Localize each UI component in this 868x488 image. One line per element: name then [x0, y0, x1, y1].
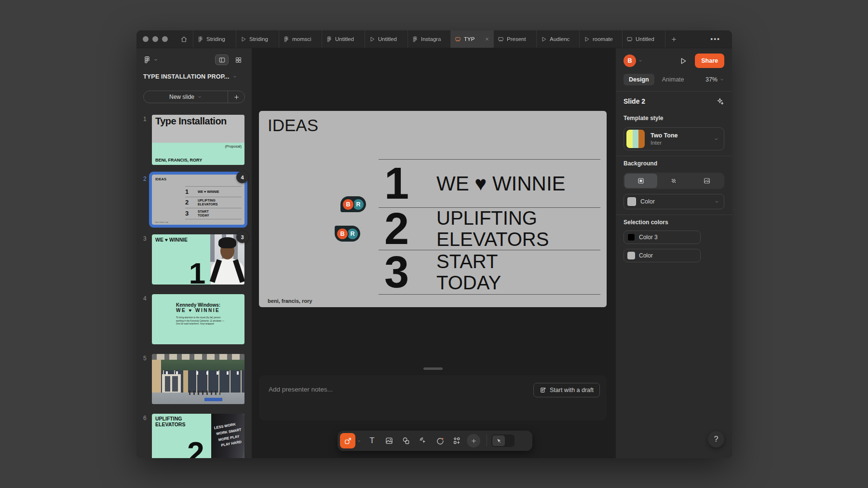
- collaborator-avatar-b: B: [342, 198, 354, 211]
- toolbar-divider: [487, 435, 487, 447]
- add-more-button[interactable]: [467, 434, 480, 447]
- slide-6-big-number: 2: [187, 438, 204, 458]
- account-menu[interactable]: B: [624, 54, 643, 67]
- tab-type-installation-active[interactable]: TYP: [450, 30, 493, 48]
- single-slide-view-toggle[interactable]: [215, 54, 229, 65]
- traffic-light-zoom[interactable]: [162, 36, 168, 42]
- main-layout: TYPE INSTALLATION PROP... New slide: [136, 48, 732, 458]
- notes-drag-handle[interactable]: [423, 367, 443, 370]
- cursor-mode-toggle[interactable]: [491, 434, 515, 447]
- sidebar-header: [143, 54, 245, 66]
- slide-2-thumbnail-selected[interactable]: IDEAS 1 WE ♥ WINNIE 2 U: [152, 175, 244, 225]
- tab-roomate[interactable]: roomate: [579, 30, 622, 48]
- template-style-dropdown[interactable]: Two Tone Inter: [624, 127, 724, 150]
- list-row-1[interactable]: 1 WE ♥ WINNIE: [379, 159, 600, 207]
- home-button[interactable]: [175, 30, 193, 48]
- new-slide-button[interactable]: New slide: [144, 91, 228, 103]
- presenter-notes-panel[interactable]: Add presenter notes... Start with a draf…: [259, 375, 607, 420]
- draw-marker-icon: [435, 436, 444, 445]
- figma-menu-button[interactable]: [143, 56, 158, 64]
- slide-6-preview: UPLIFTING ELEVATORS 2 LESS WORK WORK SMA…: [152, 414, 244, 458]
- tab-striding-1[interactable]: Striding: [193, 30, 236, 48]
- row-number: 3: [379, 253, 436, 292]
- figma-file-icon: [283, 36, 289, 42]
- tab-close-button[interactable]: [485, 37, 489, 41]
- slide-heading[interactable]: IDEAS: [268, 116, 318, 135]
- slide-footer-text[interactable]: beni, francis, rory: [268, 298, 312, 304]
- chevron-down-icon: [638, 58, 643, 63]
- draw-tool-button[interactable]: [431, 431, 448, 451]
- share-button[interactable]: Share: [695, 54, 724, 68]
- slide-1-proposal: (Proposal): [225, 144, 242, 149]
- background-color-dropdown[interactable]: Color: [624, 194, 724, 209]
- tab-animate[interactable]: Animate: [662, 76, 684, 83]
- mini-text: WE ♥ WINNIE: [198, 190, 219, 194]
- start-with-draft-button[interactable]: Start with a draft: [533, 383, 600, 397]
- color-swatch-gray[interactable]: [627, 252, 635, 259]
- tab-untitled-2[interactable]: Untitled: [365, 30, 407, 48]
- kennedy-windows-photo: [152, 354, 244, 404]
- select-tool-button-active[interactable]: [340, 433, 355, 448]
- background-pattern-option[interactable]: [657, 174, 690, 188]
- selection-color-row-1[interactable]: Color 3: [624, 230, 701, 244]
- comment-count-badge[interactable]: 4: [236, 171, 248, 183]
- tap-interaction-icon: [419, 436, 427, 445]
- interactive-tool-button[interactable]: [414, 431, 431, 451]
- slide-3-thumbnail[interactable]: WE ♥ WINNIE 1 3: [152, 234, 244, 285]
- template-swatch: [626, 130, 645, 148]
- slide-1-thumbnail[interactable]: Type Installation (Proposal) BENI, FRANC…: [152, 115, 244, 165]
- slide-canvas[interactable]: IDEAS 1 WE ♥ WINNIE 2 UPLIFTINGELEVATORS: [259, 111, 607, 307]
- help-button[interactable]: ?: [708, 431, 724, 447]
- new-tab-button[interactable]: [665, 30, 682, 48]
- background-solid-option[interactable]: [624, 174, 657, 188]
- slide-list: 1 Type Installation (Proposal) BENI, FRA…: [143, 115, 245, 458]
- slide-6-thumbnail[interactable]: UPLIFTING ELEVATORS 2 LESS WORK WORK SMA…: [152, 414, 244, 458]
- tab-label: TYP: [464, 36, 482, 42]
- add-slide-button[interactable]: [228, 91, 244, 103]
- collaborator-pill-2[interactable]: B R: [335, 226, 360, 242]
- numbered-list[interactable]: 1 WE ♥ WINNIE 2 UPLIFTINGELEVATORS 3: [379, 159, 600, 295]
- row-text: STARTTODAY: [436, 251, 501, 293]
- select-tool-dropdown[interactable]: [357, 439, 361, 443]
- widgets-tool-button[interactable]: [448, 431, 465, 451]
- slide-4-heading-line2: WE ♥ WINNIE: [176, 308, 244, 313]
- shapes-tool-button[interactable]: [397, 431, 414, 451]
- tab-striding-2[interactable]: Striding: [236, 30, 279, 48]
- tab-instagra[interactable]: Instagra: [407, 30, 450, 48]
- slide-1-preview: Type Installation (Proposal) BENI, FRANC…: [152, 115, 244, 165]
- slide-1-footer-block: (Proposal) BENI, FRANCIS, RORY: [152, 143, 244, 165]
- selection-color-row-2[interactable]: Color: [624, 249, 701, 262]
- zoom-control[interactable]: 37%: [705, 76, 724, 83]
- text-tool-button[interactable]: T: [364, 431, 380, 451]
- tab-design[interactable]: Design: [624, 74, 654, 85]
- ai-actions-button[interactable]: [716, 97, 724, 106]
- tab-untitled-1[interactable]: Untitled: [322, 30, 365, 48]
- traffic-light-close[interactable]: [143, 36, 149, 42]
- row-text: UPLIFTINGELEVATORS: [436, 208, 549, 249]
- comment-count-badge[interactable]: 3: [236, 231, 248, 243]
- list-item: 3 WE ♥ WINNIE 1 3: [143, 234, 245, 285]
- background-image-option[interactable]: [691, 174, 723, 188]
- list-row-3[interactable]: 3 STARTTODAY: [379, 250, 600, 294]
- list-row-2[interactable]: 2 UPLIFTINGELEVATORS: [379, 207, 600, 250]
- file-title-menu[interactable]: TYPE INSTALLATION PROP...: [143, 72, 245, 81]
- tab-untitled-3[interactable]: Untitled: [622, 30, 665, 48]
- image-tool-button[interactable]: [380, 431, 397, 451]
- traffic-light-minimize[interactable]: [152, 36, 158, 42]
- collaborator-pill-1[interactable]: B R: [340, 196, 366, 212]
- slide-4-thumbnail[interactable]: Kennedy Windows: WE ♥ WINNIE To bring at…: [152, 294, 244, 344]
- presenter-notes-input[interactable]: Add presenter notes...: [269, 386, 333, 393]
- color-swatch-black[interactable]: [627, 233, 635, 241]
- new-slide-button-group: New slide: [143, 91, 245, 103]
- row-number: 2: [379, 209, 436, 248]
- tab-audience[interactable]: Audienc: [536, 30, 579, 48]
- present-button[interactable]: [677, 55, 689, 67]
- slide-5-thumbnail[interactable]: [152, 354, 244, 404]
- grid-view-toggle[interactable]: [231, 54, 245, 65]
- mini-text: UPLIFTINGELEVATORS: [198, 199, 218, 206]
- more-options-button[interactable]: •••: [705, 33, 725, 45]
- tab-momsci[interactable]: momsci: [279, 30, 322, 48]
- shapes-icon: [402, 436, 410, 445]
- tab-present[interactable]: Present: [493, 30, 536, 48]
- home-icon: [180, 36, 188, 43]
